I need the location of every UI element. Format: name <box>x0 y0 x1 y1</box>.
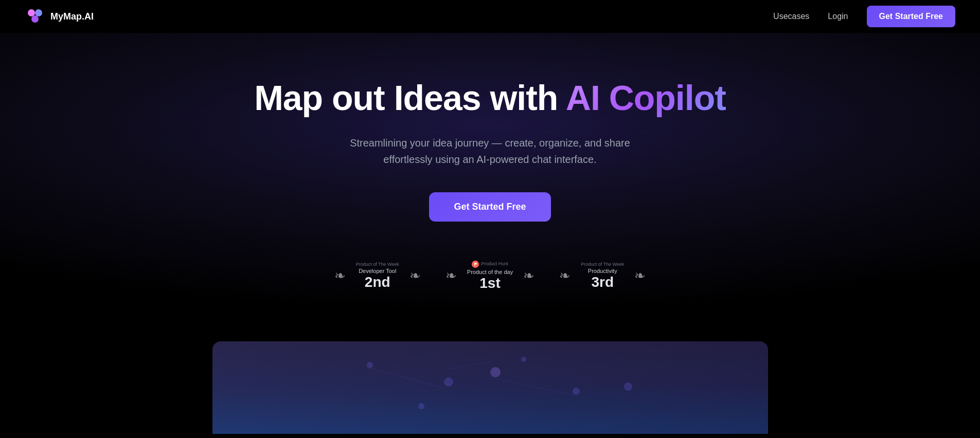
navbar-right: Usecases Login Get Started Free <box>773 6 955 27</box>
badge-2-name: Product of the day <box>467 269 513 275</box>
badge-2-rank: 1st <box>467 276 513 290</box>
badge-laurel-2: ❧ Product Hunt Product of the day 1st ❧ <box>446 259 534 293</box>
badge-laurel-1: ❧ Product of The Week Developer Tool 2nd… <box>334 260 421 291</box>
badge-productivity: ❧ Product of The Week Productivity 3rd ❧ <box>559 260 646 291</box>
laurel-left-icon: ❧ <box>334 269 346 282</box>
logo-icon <box>25 6 45 27</box>
laurel-right-2-icon: ❧ <box>523 269 534 282</box>
badge-3-name: Productivity <box>581 268 624 274</box>
badge-2-week: Product Hunt <box>467 261 513 268</box>
badge-3-week: Product of The Week <box>581 262 624 267</box>
badge-laurel-3: ❧ Product of The Week Productivity 3rd ❧ <box>559 260 646 291</box>
laurel-right-3-icon: ❧ <box>634 269 646 282</box>
logo[interactable]: MyMap.AI <box>25 6 94 27</box>
preview-container <box>212 341 768 434</box>
badges-row: ❧ Product of The Week Developer Tool 2nd… <box>334 259 646 293</box>
badge-3-rank: 3rd <box>581 275 624 289</box>
svg-point-2 <box>31 15 39 23</box>
hero-cta-button[interactable]: Get Started Free <box>429 192 550 222</box>
preview-section <box>0 341 980 434</box>
hero-subtitle: Streamlining your idea journey — create,… <box>326 135 655 168</box>
badge-1-week: Product of The Week <box>356 262 399 267</box>
hero-title-accent: AI Copilot <box>566 78 726 117</box>
badge-1-rank: 2nd <box>356 275 399 289</box>
svg-point-0 <box>28 9 35 16</box>
badge-3-content: Product of The Week Productivity 3rd <box>575 260 630 291</box>
badge-1-content: Product of The Week Developer Tool 2nd <box>350 260 405 291</box>
badge-1-name: Developer Tool <box>356 268 399 274</box>
logo-text: MyMap.AI <box>50 11 94 22</box>
badge-2-content: Product Hunt Product of the day 1st <box>461 259 519 293</box>
producthunt-icon <box>472 261 479 268</box>
preview-nodes <box>212 341 768 434</box>
badge-developer-tool: ❧ Product of The Week Developer Tool 2nd… <box>334 260 421 291</box>
laurel-left-2-icon: ❧ <box>446 269 457 282</box>
laurel-left-3-icon: ❧ <box>559 269 571 282</box>
hero-section: Map out Ideas with AI Copilot Streamlini… <box>0 33 980 341</box>
hero-title-prefix: Map out Ideas with <box>254 78 566 117</box>
hero-title: Map out Ideas with AI Copilot <box>254 78 726 118</box>
badge-product-of-day: ❧ Product Hunt Product of the day 1st ❧ <box>446 259 534 293</box>
nav-cta-button[interactable]: Get Started Free <box>867 6 955 27</box>
navbar: MyMap.AI Usecases Login Get Started Free <box>0 0 980 33</box>
nav-link-usecases[interactable]: Usecases <box>773 12 809 21</box>
svg-point-1 <box>35 9 42 16</box>
laurel-right-icon: ❧ <box>409 269 421 282</box>
nav-link-login[interactable]: Login <box>828 12 848 21</box>
